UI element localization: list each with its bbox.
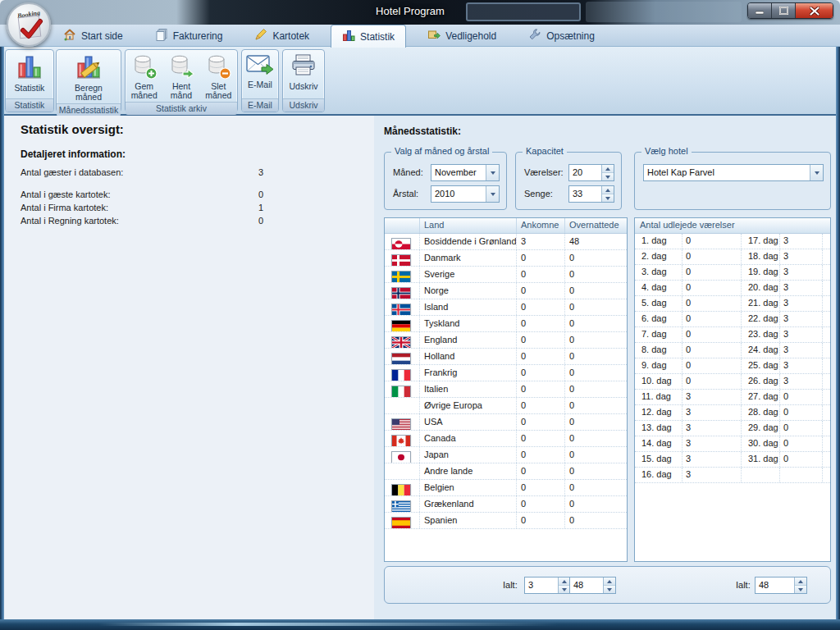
country-row-canada[interactable]: Canada00 [385,431,627,447]
countries-overnights-total-spinner[interactable]: 48 [569,577,616,594]
country-row-grækenland[interactable]: Grækenland00 [385,496,627,513]
day-row[interactable]: 15. dag331. dag0 [635,452,830,468]
country-row-island[interactable]: Island00 [385,299,627,316]
day-row[interactable]: 7. dag023. dag3 [635,327,830,343]
overnights-total-up-button[interactable] [604,578,615,585]
bar-chart-icon [16,53,43,84]
day-row[interactable]: 16. dag3 [635,468,830,483]
ribbon-button-udskriv[interactable]: Udskriv [287,52,319,92]
maximize-button[interactable] [772,3,796,18]
flag-icon-ca [391,435,411,446]
beds-up-button[interactable] [602,186,614,194]
day-value: 0 [779,390,822,404]
beds-down-button[interactable] [602,194,614,202]
rooms-spinner[interactable]: 20 [568,164,614,181]
rooms-label: Værelser: [524,167,564,177]
day-row[interactable]: 8. dag024. dag3 [635,343,830,358]
overnights-column-header[interactable]: Overnattede [564,218,627,233]
rooms-up-button[interactable] [602,165,614,172]
land-column-header[interactable]: Land [419,218,516,233]
ribbon-button-statistik[interactable]: Statistik [13,52,47,94]
day-row[interactable]: 14. dag330. dag0 [635,436,830,452]
rooms-value: 20 [569,165,601,180]
main-content: Statistik oversigt: Detaljeret informati… [4,116,836,619]
days-total-up-button[interactable] [795,578,806,585]
day-label: 19. dag [741,265,779,280]
country-row-frankrig[interactable]: Frankrig00 [385,365,627,381]
day-row[interactable]: 10. dag026. dag3 [635,374,830,390]
country-row-japan[interactable]: Japan00 [385,447,627,463]
beds-spinner[interactable]: 33 [568,185,614,203]
country-row-norge[interactable]: Norge00 [385,283,627,299]
country-row-tyskland[interactable]: Tyskland00 [385,316,627,332]
country-row-øvrige-europa[interactable]: Øvrige Europa00 [385,398,627,414]
flag-icon-nl [391,353,411,364]
day-row[interactable]: 12. dag328. dag0 [635,405,830,421]
country-arrivals: 0 [516,299,564,315]
country-row-holland[interactable]: Holland00 [385,349,627,365]
days-total-down-button[interactable] [795,585,806,593]
country-row-danmark[interactable]: Danmark00 [385,250,627,267]
country-row-usa[interactable]: USA00 [385,414,627,431]
country-arrivals: 0 [516,398,564,413]
flag-icon-gl [391,238,411,249]
country-row-andre-lande[interactable]: Andre lande00 [385,463,627,480]
close-button[interactable] [796,3,833,18]
day-row[interactable]: 4. dag020. dag3 [635,281,830,296]
month-dropdown[interactable]: November [431,164,500,181]
arrivals-column-header[interactable]: Ankomne [516,218,564,233]
country-overnights: 0 [564,332,627,348]
ribbon-button-slet-måned[interactable]: Sletmåned [203,52,233,102]
flag-icon-us [391,418,411,430]
ribbon-button-beregn-måned[interactable]: Beregnmåned [73,52,104,103]
arrivals-total-down-button[interactable] [559,585,570,593]
ribbon-button-label: Statistik [15,84,45,94]
countries-total-label: Ialt: [503,580,518,590]
year-dropdown-button[interactable] [486,186,499,202]
tab-statistik[interactable]: Statistik [331,25,406,48]
day-row[interactable]: 11. dag327. dag0 [635,390,830,405]
day-value: 3 [682,452,741,467]
day-label: 27. dag [741,390,779,404]
ribbon-button-gem-måned[interactable]: Gemmåned [130,52,159,102]
country-row-bosiddende-i-grønland[interactable]: Bosiddende i Grønland348 [385,234,627,250]
country-name: Canada [419,431,516,446]
tab-opsætning[interactable]: Opsætning [518,25,605,47]
country-row-england[interactable]: England00 [385,332,627,349]
country-arrivals: 0 [516,250,564,266]
country-row-sverige[interactable]: Sverige00 [385,267,627,283]
country-row-italien[interactable]: Italien00 [385,381,627,398]
countries-arrivals-total-spinner[interactable]: 3 [524,577,571,594]
tab-fakturering[interactable]: Fakturering [144,25,234,47]
hotel-dropdown-button[interactable] [810,165,823,180]
days-total-spinner[interactable]: 48 [755,577,807,594]
tab-start-side[interactable]: Start side [52,25,134,47]
close-icon [810,7,819,16]
country-row-spanien[interactable]: Spanien00 [385,513,627,529]
day-row[interactable]: 3. dag019. dag3 [635,265,830,281]
rooms-down-button[interactable] [602,172,614,180]
day-value: 3 [682,390,741,404]
tab-kartotek[interactable]: Kartotek [244,25,320,47]
day-row[interactable]: 9. dag025. dag3 [635,358,830,374]
country-name: Japan [419,447,516,463]
tab-vedligehold[interactable]: Vedligehold [417,25,507,47]
country-row-belgien[interactable]: Belgien00 [385,480,627,496]
day-row[interactable]: 1. dag017. dag3 [635,234,830,249]
hotel-dropdown[interactable]: Hotel Kap Farvel [643,164,824,181]
country-name: Spanien [419,513,516,528]
ribbon-tab-bar: Start sideFaktureringKartotekStatistikVe… [0,25,840,47]
day-row[interactable]: 13. dag329. dag0 [635,421,830,436]
year-dropdown[interactable]: 2010 [431,185,500,203]
database-add-icon [131,53,158,82]
month-dropdown-button[interactable] [486,165,499,180]
day-row[interactable]: 6. dag022. dag3 [635,312,830,327]
ribbon-button-e-mail[interactable]: E-Mail [244,52,276,90]
overnights-total-down-button[interactable] [604,585,615,593]
day-row[interactable]: 5. dag021. dag3 [635,296,830,312]
minimize-button[interactable] [748,3,772,18]
ribbon-button-hent-månd[interactable]: Hentmånd [167,52,196,102]
arrivals-total-up-button[interactable] [559,578,570,585]
app-logo-button[interactable]: Booking [7,2,51,47]
day-row[interactable]: 2. dag018. dag3 [635,249,830,265]
